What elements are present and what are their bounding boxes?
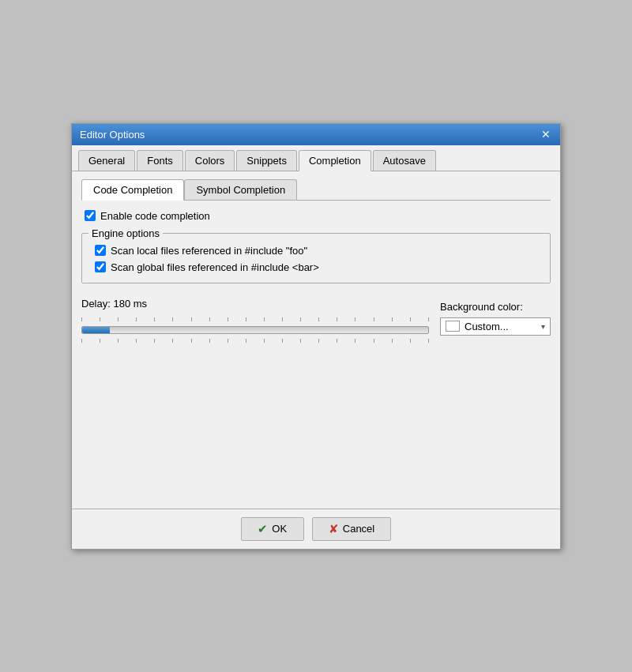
engine-options-legend: Engine options: [88, 227, 163, 239]
inner-tab-code-completion[interactable]: Code Completion: [81, 179, 184, 201]
tab-completion[interactable]: Completion: [299, 150, 371, 171]
tab-snippets[interactable]: Snippets: [236, 150, 297, 171]
title-bar: Editor Options ✕: [72, 124, 560, 145]
enable-code-completion-checkbox[interactable]: [85, 210, 96, 221]
cancel-button[interactable]: ✘ Cancel: [312, 517, 391, 541]
delay-label: Delay: 180 ms: [81, 298, 440, 310]
scan-local-checkbox[interactable]: [95, 245, 106, 256]
engine-options-inner: Scan local files referenced in #include …: [92, 245, 540, 273]
tab-colors[interactable]: Colors: [185, 150, 235, 171]
content-area: Code Completion Symbol Completion Enable…: [72, 171, 560, 509]
ok-label: OK: [272, 523, 287, 535]
inner-tab-symbol-completion[interactable]: Symbol Completion: [184, 179, 297, 200]
bg-color-label: Background color:: [440, 301, 551, 313]
tab-fonts[interactable]: Fonts: [137, 150, 183, 171]
engine-options-group: Engine options Scan local files referenc…: [81, 233, 551, 283]
scan-global-checkbox[interactable]: [95, 261, 106, 272]
code-completion-panel: Enable code completion Engine options Sc…: [81, 210, 551, 501]
close-button[interactable]: ✕: [540, 129, 552, 140]
dialog-footer: ✔ OK ✘ Cancel: [72, 509, 560, 549]
chevron-down-icon: ▾: [541, 322, 545, 331]
delay-section: Delay: 180 ms: [81, 298, 440, 346]
bg-color-dropdown[interactable]: Custom... ▾: [440, 317, 551, 336]
tab-autosave[interactable]: Autosave: [373, 150, 436, 171]
color-swatch: [446, 321, 460, 332]
inner-tab-bar: Code Completion Symbol Completion: [81, 179, 551, 201]
delay-bg-row: Delay: 180 ms: [81, 298, 551, 346]
scan-local-label: Scan local files referenced in #include …: [111, 245, 307, 257]
dialog-title: Editor Options: [80, 129, 145, 141]
color-dropdown-text: Custom...: [465, 321, 536, 332]
enable-code-completion-label: Enable code completion: [100, 210, 210, 222]
editor-options-dialog: Editor Options ✕ General Fonts Colors Sn…: [71, 123, 561, 550]
bg-color-group: Background color: Custom... ▾: [440, 301, 551, 336]
ok-button[interactable]: ✔ OK: [241, 517, 304, 541]
enable-code-completion-row: Enable code completion: [85, 210, 551, 222]
x-icon: ✘: [329, 522, 339, 536]
check-icon: ✔: [258, 522, 268, 536]
tab-general[interactable]: General: [78, 150, 135, 171]
scan-local-row: Scan local files referenced in #include …: [95, 245, 540, 257]
slider-container: [81, 314, 429, 346]
scan-global-row: Scan global files referenced in #include…: [95, 261, 540, 273]
scan-global-label: Scan global files referenced in #include…: [111, 261, 319, 273]
cancel-label: Cancel: [343, 523, 374, 535]
main-tab-bar: General Fonts Colors Snippets Completion…: [72, 145, 560, 171]
